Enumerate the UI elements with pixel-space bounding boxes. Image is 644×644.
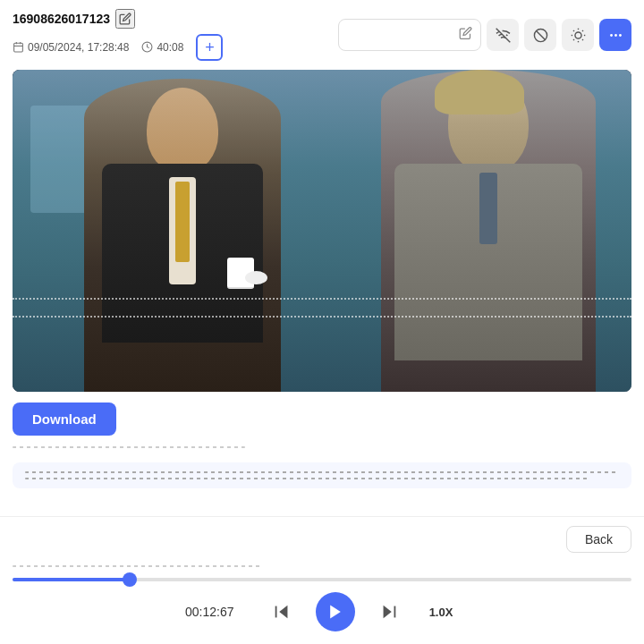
scene-info-box xyxy=(13,462,631,488)
play-button[interactable] xyxy=(316,592,355,631)
more-options-button[interactable] xyxy=(599,19,631,51)
download-section: Download xyxy=(0,392,644,441)
svg-line-16 xyxy=(572,39,573,40)
recording-id: 16908626017123 xyxy=(13,12,110,26)
svg-line-12 xyxy=(572,30,573,30)
player-panel: Back 00:12:67 xyxy=(0,516,644,644)
progress-bar-container[interactable] xyxy=(0,578,644,581)
edit-id-button[interactable] xyxy=(115,9,135,29)
rewind-button[interactable] xyxy=(266,596,298,628)
brightness-button[interactable] xyxy=(562,19,594,51)
clock-icon xyxy=(141,41,153,55)
app-header: 16908626017123 09/05/2024, 17:28:48 xyxy=(0,0,644,70)
block-button[interactable] xyxy=(524,19,556,51)
svg-line-13 xyxy=(582,39,583,40)
svg-marker-24 xyxy=(384,606,392,619)
svg-marker-23 xyxy=(330,606,341,619)
annotation-line-1 xyxy=(13,298,631,300)
wifi-off-button[interactable] xyxy=(487,19,519,51)
svg-line-8 xyxy=(536,30,545,39)
description-area xyxy=(0,441,644,459)
speed-badge[interactable]: 1.0X xyxy=(423,606,459,619)
player-controls: 00:12:67 1.0X xyxy=(0,592,644,644)
progress-thumb[interactable] xyxy=(123,572,137,587)
panel-text-line xyxy=(13,565,263,567)
calendar-icon xyxy=(13,41,24,55)
time-display: 00:12:67 xyxy=(185,605,248,619)
progress-fill xyxy=(13,578,130,581)
pen-search-icon xyxy=(459,27,472,44)
video-player[interactable] xyxy=(13,70,631,392)
svg-rect-0 xyxy=(14,43,23,52)
annotation-line-2 xyxy=(13,316,631,318)
svg-point-19 xyxy=(614,34,617,37)
svg-marker-21 xyxy=(279,606,287,619)
svg-point-9 xyxy=(574,31,580,38)
back-button[interactable]: Back xyxy=(566,526,631,553)
download-button[interactable]: Download xyxy=(13,402,116,436)
add-button[interactable]: + xyxy=(196,34,223,61)
progress-track[interactable] xyxy=(13,578,631,581)
description-line-1 xyxy=(13,446,245,448)
scene-line-1 xyxy=(25,471,619,473)
svg-line-17 xyxy=(582,30,583,30)
recording-date: 09/05/2024, 17:28:48 xyxy=(28,41,129,54)
svg-point-18 xyxy=(610,34,613,37)
forward-button[interactable] xyxy=(373,596,405,628)
svg-point-20 xyxy=(619,34,622,37)
scene-line-2 xyxy=(25,478,589,479)
recording-duration: 40:08 xyxy=(157,41,183,54)
